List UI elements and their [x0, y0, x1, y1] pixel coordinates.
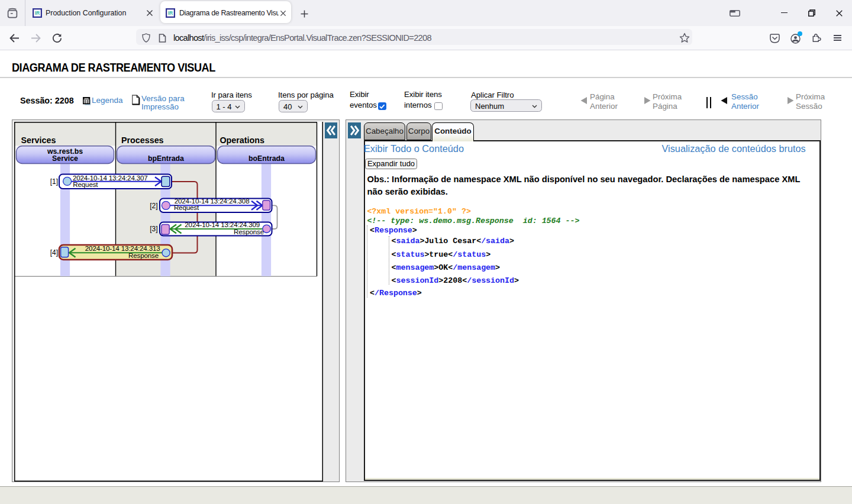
svg-text:bpEntrada: bpEntrada [148, 154, 184, 163]
svg-text:Response: Response [128, 251, 159, 259]
svg-text:Services: Services [21, 135, 56, 145]
svg-text:Service: Service [52, 154, 78, 163]
svg-text:IR: IR [35, 11, 40, 16]
svg-text:Operations: Operations [220, 135, 265, 145]
svg-text:[3]: [3] [150, 225, 157, 233]
svg-text:[1]: [1] [50, 177, 58, 186]
svg-text:IR: IR [168, 11, 173, 16]
svg-text:Processes: Processes [121, 135, 164, 145]
svg-text:Request: Request [174, 203, 199, 211]
svg-text:Response: Response [234, 228, 264, 235]
svg-text:boEntrada: boEntrada [248, 154, 285, 163]
svg-text:[2]: [2] [150, 202, 157, 210]
svg-text:[4]: [4] [50, 248, 58, 257]
svg-text:Request: Request [73, 180, 98, 188]
